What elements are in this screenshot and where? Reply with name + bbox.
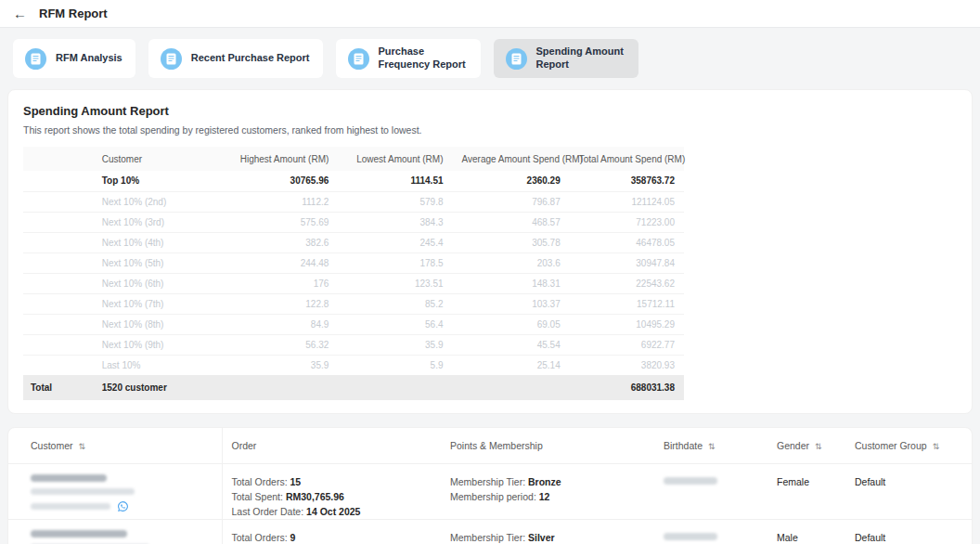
spending-row: Next 10% (9th)56.3235.945.546922.77 bbox=[23, 334, 684, 355]
redacted-birthdate bbox=[664, 477, 717, 485]
membership-tier-value: Bronze bbox=[528, 476, 561, 487]
average-amount-value: 148.31 bbox=[453, 273, 570, 293]
report-tabs: RFM Analysis Recent Purchase Report Purc… bbox=[0, 28, 980, 84]
average-amount-value: 203.6 bbox=[453, 253, 570, 273]
birthdate-cell bbox=[654, 519, 767, 544]
gender-cell: Female bbox=[767, 463, 845, 519]
customer-table-header: Customer⇅ Order Points & Membership Birt… bbox=[8, 428, 972, 463]
blank-cell bbox=[23, 314, 95, 334]
total-amount-value: 10495.29 bbox=[570, 314, 684, 334]
redacted-customer-name bbox=[31, 474, 107, 482]
membership-tier-value: Silver bbox=[528, 532, 555, 543]
decile-label: Next 10% (5th) bbox=[95, 253, 198, 273]
last-order-date-value: 14 Oct 2025 bbox=[306, 506, 360, 517]
redacted-customer-email bbox=[31, 488, 135, 495]
decile-label: Top 10% bbox=[95, 171, 198, 191]
tab-rfm-analysis[interactable]: RFM Analysis bbox=[13, 39, 135, 78]
whatsapp-icon[interactable] bbox=[117, 500, 129, 512]
tab-recent-purchase-report[interactable]: Recent Purchase Report bbox=[148, 39, 323, 78]
tab-purchase-frequency-report[interactable]: Purchase Frequency Report bbox=[336, 39, 481, 78]
average-amount-value: 796.87 bbox=[453, 191, 570, 212]
sort-icon[interactable]: ⇅ bbox=[708, 442, 716, 451]
average-amount-value: 25.14 bbox=[453, 355, 570, 375]
report-document-icon bbox=[161, 48, 182, 70]
lowest-amount-value: 123.51 bbox=[338, 273, 452, 293]
spending-table: Customer Highest Amount (RM) Lowest Amou… bbox=[23, 147, 684, 400]
average-amount-value: 45.54 bbox=[453, 334, 570, 355]
spending-row: Next 10% (7th)122.885.2103.3715712.11 bbox=[23, 293, 684, 314]
tab-label: RFM Analysis bbox=[56, 52, 122, 65]
col-header-customer-group[interactable]: Customer Group⇅ bbox=[845, 428, 972, 463]
highest-amount-value: 56.32 bbox=[198, 334, 338, 355]
highest-amount-value: 382.6 bbox=[198, 232, 338, 253]
lowest-amount-value: 579.8 bbox=[338, 191, 452, 212]
decile-label: Next 10% (3rd) bbox=[95, 212, 198, 232]
col-header-gender[interactable]: Gender⇅ bbox=[767, 428, 845, 463]
tab-label: Spending Amount Report bbox=[536, 45, 625, 71]
total-amount-value: 688031.38 bbox=[570, 375, 684, 400]
sort-icon[interactable]: ⇅ bbox=[933, 442, 940, 451]
order-summary-cell: Total Orders: 9 Total Spent: RM1,114.51 … bbox=[222, 519, 441, 544]
gender-cell: Male bbox=[767, 519, 845, 544]
blank-cell bbox=[23, 253, 95, 273]
spending-row: Next 10% (2nd)1112.2579.8796.87121124.05 bbox=[23, 191, 684, 212]
highest-amount-value: 244.48 bbox=[198, 253, 338, 273]
total-amount-value: 358763.72 bbox=[570, 171, 684, 191]
decile-label: Last 10% bbox=[95, 355, 198, 375]
lowest-amount-value: 245.4 bbox=[338, 232, 452, 253]
spending-row: Top 10%30765.961114.512360.29358763.72 bbox=[23, 171, 684, 191]
tab-spending-amount-report[interactable]: Spending Amount Report bbox=[494, 39, 638, 78]
membership-period-value: 12 bbox=[539, 491, 550, 502]
sort-icon[interactable]: ⇅ bbox=[815, 442, 822, 451]
customer-row: Total Orders: 9 Total Spent: RM1,114.51 … bbox=[8, 519, 972, 544]
redacted-birthdate bbox=[664, 533, 717, 540]
membership-cell: Membership Tier: Silver Membership perio… bbox=[441, 519, 654, 544]
decile-label: Next 10% (7th) bbox=[95, 293, 198, 314]
blank-cell bbox=[23, 334, 95, 355]
total-amount-value: 6922.77 bbox=[570, 334, 684, 355]
customer-identity-cell bbox=[8, 463, 222, 519]
spending-table-header: Customer Highest Amount (RM) Lowest Amou… bbox=[23, 147, 684, 171]
spending-row: Last 10%35.95.925.143820.93 bbox=[23, 355, 684, 375]
col-header-customer[interactable]: Customer⇅ bbox=[8, 428, 222, 463]
blank-cell bbox=[23, 273, 95, 293]
blank-cell bbox=[23, 293, 95, 314]
back-arrow-icon[interactable]: ← bbox=[13, 6, 27, 20]
birthdate-cell bbox=[654, 463, 767, 519]
lowest-amount-value: 5.9 bbox=[338, 355, 452, 375]
total-amount-value: 71223.00 bbox=[570, 212, 684, 232]
highest-amount-value: 35.9 bbox=[198, 355, 338, 375]
redacted-customer-name bbox=[31, 530, 127, 538]
spending-row: Next 10% (3rd)575.69384.3468.5771223.00 bbox=[23, 212, 684, 232]
total-amount-value: 15712.11 bbox=[570, 293, 684, 314]
col-header-birthdate[interactable]: Birthdate⇅ bbox=[654, 428, 767, 463]
total-amount-value: 46478.05 bbox=[570, 232, 684, 253]
customer-identity-cell bbox=[8, 519, 222, 544]
tab-label: Recent Purchase Report bbox=[191, 52, 310, 65]
spending-row: Next 10% (6th)176123.51148.3122543.62 bbox=[23, 273, 684, 293]
total-amount-value: 30947.84 bbox=[570, 253, 684, 273]
total-orders-value: 15 bbox=[290, 476, 302, 487]
lowest-amount-value: 35.9 bbox=[338, 334, 452, 355]
lowest-amount-value: 384.3 bbox=[338, 212, 452, 232]
spending-row: Next 10% (4th)382.6245.4305.7846478.05 bbox=[23, 232, 684, 253]
lowest-amount-value: 178.5 bbox=[338, 253, 452, 273]
blank-cell bbox=[23, 355, 95, 375]
sort-icon[interactable]: ⇅ bbox=[79, 442, 86, 451]
average-amount-value: 468.57 bbox=[453, 212, 570, 232]
customer-group-cell: Default bbox=[845, 463, 972, 519]
decile-label: Next 10% (6th) bbox=[95, 273, 198, 293]
report-subtitle: This report shows the total spending by … bbox=[23, 124, 957, 136]
total-orders-value: 9 bbox=[290, 532, 296, 543]
customer-group-cell: Default bbox=[845, 519, 972, 544]
total-amount-value: 121124.05 bbox=[570, 191, 684, 212]
col-header-points-membership: Points & Membership bbox=[441, 428, 654, 463]
report-title: Spending Amount Report bbox=[23, 104, 957, 118]
membership-cell: Membership Tier: Bronze Membership perio… bbox=[441, 463, 654, 519]
highest-amount-value: 575.69 bbox=[198, 212, 338, 232]
highest-amount-value: 122.8 bbox=[198, 293, 338, 314]
total-amount-value: 22543.62 bbox=[570, 273, 684, 293]
blank-cell bbox=[23, 232, 95, 253]
blank-cell bbox=[23, 212, 95, 232]
total-customer-count: 1520 customer bbox=[95, 375, 198, 400]
